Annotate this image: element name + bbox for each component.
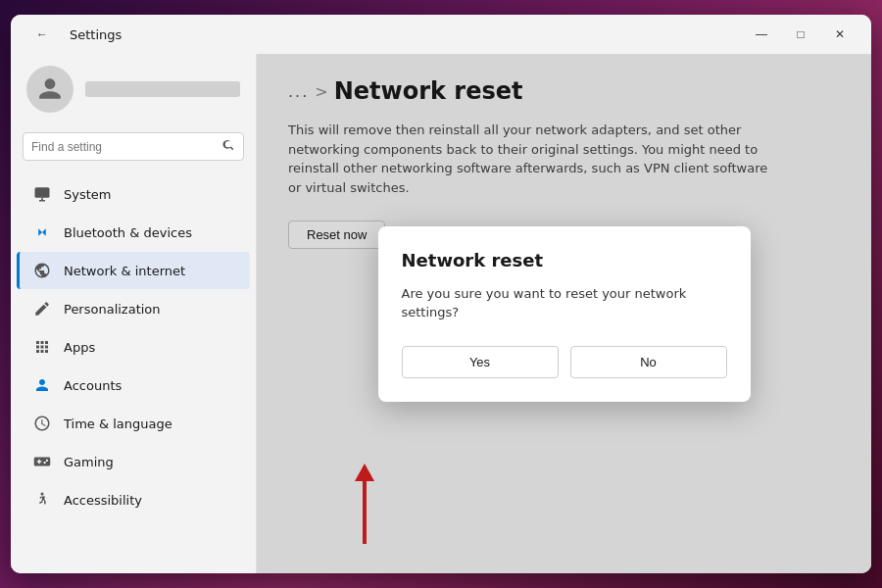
svg-rect-0	[35, 187, 50, 198]
main-content: System Bluetooth & devices Network & int…	[11, 54, 871, 573]
sidebar-item-system[interactable]: System	[17, 175, 250, 213]
sidebar-item-label-bluetooth: Bluetooth & devices	[64, 225, 192, 240]
dialog: Network reset Are you sure you want to r…	[378, 226, 751, 402]
search-icon	[221, 138, 235, 155]
dialog-title: Network reset	[402, 250, 727, 270]
maximize-button[interactable]: □	[781, 19, 820, 50]
sidebar-item-network[interactable]: Network & internet	[17, 252, 250, 289]
minimize-button[interactable]: —	[742, 19, 781, 50]
accessibility-icon	[32, 490, 52, 510]
personalization-icon	[32, 299, 52, 318]
sidebar-item-apps[interactable]: Apps	[17, 328, 250, 366]
titlebar: ← Settings — □ ✕	[11, 15, 871, 54]
close-button[interactable]: ✕	[820, 19, 859, 50]
sidebar-item-label-system: System	[64, 187, 111, 202]
titlebar-left: ← Settings	[23, 19, 122, 50]
search-input[interactable]	[31, 140, 216, 154]
sidebar-nav: System Bluetooth & devices Network & int…	[11, 174, 256, 519]
sidebar-item-accessibility[interactable]: Accessibility	[17, 481, 250, 518]
dialog-buttons: Yes No	[402, 346, 727, 378]
back-icon: ←	[36, 27, 48, 41]
username-bar	[85, 81, 240, 97]
titlebar-controls: — □ ✕	[742, 19, 859, 50]
sidebar-item-accounts[interactable]: Accounts	[17, 367, 250, 404]
sidebar: System Bluetooth & devices Network & int…	[11, 54, 256, 573]
sidebar-item-gaming[interactable]: Gaming	[17, 443, 250, 480]
settings-window: ← Settings — □ ✕	[11, 15, 871, 573]
minimize-icon: —	[756, 27, 767, 41]
sidebar-item-label-time: Time & language	[64, 416, 172, 431]
sidebar-item-label-accounts: Accounts	[64, 378, 122, 393]
dialog-no-button[interactable]: No	[570, 346, 727, 378]
apps-icon	[32, 337, 52, 357]
network-icon	[32, 261, 52, 280]
window-title: Settings	[70, 27, 122, 42]
sidebar-item-label-gaming: Gaming	[64, 455, 114, 469]
user-section	[11, 54, 256, 124]
sidebar-item-bluetooth[interactable]: Bluetooth & devices	[17, 214, 250, 251]
back-button[interactable]: ←	[23, 19, 62, 50]
sidebar-item-time[interactable]: Time & language	[17, 405, 250, 442]
time-icon	[32, 414, 52, 433]
dialog-yes-button[interactable]: Yes	[402, 346, 559, 378]
search-box[interactable]	[23, 132, 244, 161]
gaming-icon	[32, 452, 52, 471]
sidebar-item-label-accessibility: Accessibility	[64, 493, 142, 508]
content-area: ... > Network reset This will remove the…	[256, 54, 871, 573]
sidebar-item-label-personalization: Personalization	[64, 302, 161, 317]
system-icon	[32, 184, 52, 204]
dialog-overlay: Network reset Are you sure you want to r…	[257, 54, 871, 573]
maximize-icon: □	[797, 27, 804, 41]
avatar	[26, 66, 74, 113]
sidebar-item-label-apps: Apps	[64, 340, 95, 355]
sidebar-item-personalization[interactable]: Personalization	[17, 290, 250, 327]
dialog-message: Are you sure you want to reset your netw…	[402, 284, 727, 322]
accounts-icon	[32, 375, 52, 395]
sidebar-item-label-network: Network & internet	[64, 264, 185, 278]
bluetooth-icon	[32, 222, 52, 242]
close-icon: ✕	[835, 27, 845, 41]
svg-point-3	[41, 493, 44, 496]
